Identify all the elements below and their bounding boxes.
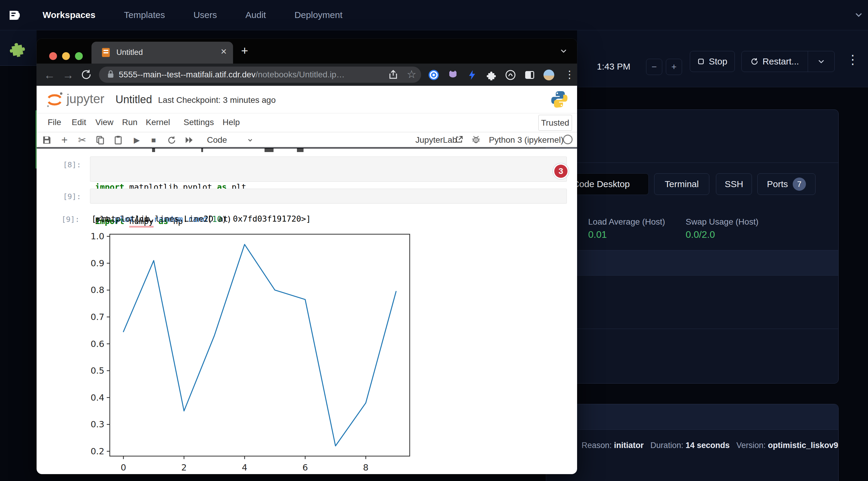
nav-item-deployment[interactable]: Deployment: [294, 10, 343, 20]
clipped-cell-fragment: [115, 149, 331, 152]
code-cell-9[interactable]: plt.plot(np.random.rand(10)): [90, 189, 567, 203]
browser-profile-avatar[interactable]: [544, 70, 554, 81]
menu-file[interactable]: File: [48, 118, 61, 127]
menu-help[interactable]: Help: [222, 118, 240, 127]
restart-options-chevron-button[interactable]: [808, 51, 835, 72]
tab-terminal[interactable]: Terminal: [654, 173, 709, 195]
restart-icon: [750, 58, 758, 65]
duration-value: 14 seconds: [686, 441, 730, 450]
share-icon[interactable]: [389, 70, 398, 81]
trusted-button[interactable]: Trusted: [538, 115, 572, 131]
coder-logo-icon[interactable]: [7, 7, 23, 25]
user-avatar[interactable]: [831, 5, 850, 24]
debugger-bug-icon[interactable]: [471, 135, 480, 145]
nav-item-users[interactable]: Users: [193, 10, 217, 20]
jupyter-menubar: File Edit View Run Kernel Settings Help …: [37, 114, 577, 132]
extension-github-icon[interactable]: [447, 70, 458, 81]
version-value: optimistic_liskov9: [768, 441, 838, 450]
zoom-out-button[interactable]: −: [646, 59, 662, 75]
checkpoint-status: Last Checkpoint: 3 minutes ago: [158, 95, 276, 105]
duration-label: Duration:: [651, 441, 684, 450]
window-zoom-button[interactable]: [75, 52, 83, 60]
add-cell-icon[interactable]: +: [59, 134, 70, 146]
nav-item-workspaces[interactable]: Workspaces: [42, 10, 95, 20]
restart-kernel-icon[interactable]: [165, 134, 178, 146]
restart-workspace-button[interactable]: Restart...: [741, 51, 808, 72]
stop-workspace-button[interactable]: Stop: [690, 51, 735, 72]
puzzle-icon[interactable]: [6, 37, 31, 60]
build-meta-row: Reason: initiator Duration: 14 seconds V…: [582, 441, 838, 450]
tab-close-icon[interactable]: ✕: [220, 47, 227, 56]
nav-item-audit[interactable]: Audit: [245, 10, 266, 20]
svg-text:4: 4: [242, 462, 247, 473]
user-menu-chevron-down-icon[interactable]: [854, 10, 863, 21]
menu-edit[interactable]: Edit: [72, 118, 86, 127]
back-icon[interactable]: ←: [44, 69, 55, 82]
tab-search-chevron-icon[interactable]: [559, 46, 568, 57]
cell-type-chevron-icon[interactable]: [247, 136, 254, 145]
menu-settings[interactable]: Settings: [184, 118, 214, 127]
workspace-overflow-menu-button[interactable]: ⋮: [846, 53, 859, 66]
stop-square-icon: [698, 58, 705, 65]
svg-text:0.9: 0.9: [91, 258, 104, 268]
chevron-down-icon: [817, 57, 826, 66]
extension-1password-icon[interactable]: [428, 70, 439, 81]
browser-tab-untitled[interactable]: Untitled ✕: [91, 42, 233, 64]
cut-cell-icon[interactable]: ✂: [76, 134, 88, 146]
cell-type-dropdown[interactable]: Code: [207, 135, 227, 145]
svg-text:0.7: 0.7: [91, 312, 104, 322]
reason-value: initiator: [614, 441, 644, 450]
jupyter-logo-icon: [45, 90, 64, 110]
menu-view[interactable]: View: [95, 118, 113, 127]
notebook-title[interactable]: Untitled: [116, 93, 152, 106]
url-host: 5555--main--test--matifali.atif.cdr.dev: [119, 70, 255, 79]
stat-load-average-value: 0.01: [588, 229, 607, 240]
interrupt-kernel-icon[interactable]: ■: [148, 134, 160, 146]
svg-text:0: 0: [121, 462, 126, 473]
window-minimize-button[interactable]: [62, 52, 70, 60]
copy-cell-icon[interactable]: [94, 134, 106, 146]
extensions-puzzle-icon[interactable]: [486, 70, 497, 81]
save-icon[interactable]: [41, 134, 53, 146]
notification-badge[interactable]: 3: [553, 163, 569, 180]
kernel-status-icon: [563, 135, 572, 144]
paste-cell-icon[interactable]: [112, 134, 124, 146]
tab-ssh[interactable]: SSH: [716, 173, 752, 195]
menu-run[interactable]: Run: [122, 118, 137, 127]
nav-item-templates[interactable]: Templates: [124, 10, 165, 20]
screen: Workspaces Templates Users Audit Deploym…: [0, 0, 868, 481]
browser-menu-icon[interactable]: ⋮: [564, 68, 575, 81]
stat-swap-usage-label: Swap Usage (Host): [686, 217, 758, 227]
extension-ghostery-icon[interactable]: [505, 70, 516, 81]
browser-tab-strip: Untitled ✕ +: [37, 39, 577, 64]
svg-text:0.8: 0.8: [91, 285, 104, 295]
run-cell-icon[interactable]: ▶: [131, 134, 143, 146]
code-cell-8[interactable]: import matplotlib.pyplot as plt import n…: [90, 157, 567, 182]
menu-kernel[interactable]: Kernel: [146, 118, 170, 127]
kernel-name[interactable]: Python 3 (ipykernel): [489, 135, 564, 145]
restart-label: Restart...: [763, 56, 799, 67]
output-prompt: [9]:: [61, 215, 80, 224]
reload-icon[interactable]: [81, 69, 92, 81]
svg-text:0.6: 0.6: [91, 339, 104, 349]
window-close-button[interactable]: [49, 52, 57, 60]
python-logo-icon: [550, 90, 569, 110]
run-all-icon[interactable]: [183, 134, 195, 146]
forward-icon[interactable]: →: [62, 69, 74, 82]
tab-ports[interactable]: Ports 7: [757, 173, 815, 195]
svg-text:0.4: 0.4: [91, 392, 104, 403]
address-bar[interactable]: 5555--main--test--matifali.atif.cdr.dev/…: [99, 67, 421, 83]
external-link-icon[interactable]: [455, 135, 463, 145]
reason-label: Reason:: [582, 441, 612, 450]
stat-load-average-label: Load Average (Host): [588, 217, 665, 227]
new-tab-button[interactable]: +: [241, 44, 248, 58]
bookmark-star-icon[interactable]: ☆: [407, 68, 416, 81]
lock-icon: [107, 70, 115, 80]
tab-label: Ports: [767, 179, 788, 189]
zoom-in-button[interactable]: +: [666, 59, 682, 75]
jupyterlab-link[interactable]: JupyterLab: [415, 135, 457, 145]
svg-text:2: 2: [181, 462, 187, 473]
side-panel-icon[interactable]: [524, 70, 535, 81]
extension-lightning-icon[interactable]: [467, 70, 477, 81]
jupyter-toolbar: + ✂ ▶ ■ Code JupyterLab: [37, 132, 577, 148]
